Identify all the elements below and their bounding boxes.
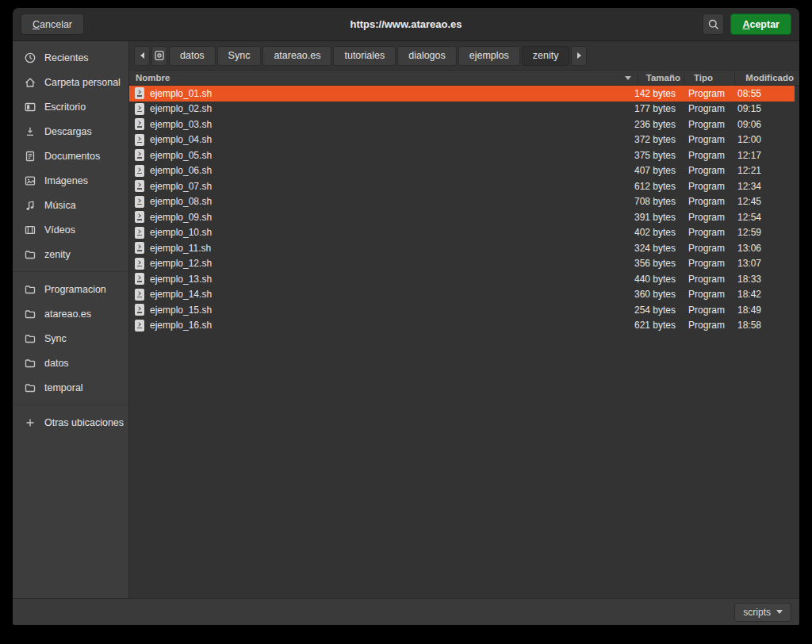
file-modified: 12:21 bbox=[730, 165, 795, 176]
file-row[interactable]: ejemplo_03.sh 236 bytes Program 09:06 bbox=[129, 117, 795, 132]
sidebar-item-label: Descargas bbox=[44, 126, 92, 137]
file-size: 708 bytes bbox=[633, 196, 679, 207]
file-size: 142 bytes bbox=[633, 88, 679, 99]
file-type: Program bbox=[679, 196, 730, 207]
script-file-icon bbox=[135, 211, 144, 223]
file-row[interactable]: ejemplo_11.sh 324 bytes Program 13:06 bbox=[129, 240, 795, 256]
breadcrumb-atareao-es[interactable]: atareao.es bbox=[262, 46, 331, 66]
sidebar-item-otras-ubicaciones[interactable]: Otras ubicaciones bbox=[13, 410, 128, 435]
sidebar-item-documentos[interactable]: Documentos bbox=[13, 144, 128, 168]
column-header-nombre[interactable]: Nombre bbox=[129, 71, 638, 85]
file-modified: 13:06 bbox=[730, 243, 795, 254]
file-filter-dropdown[interactable]: scripts bbox=[734, 603, 791, 622]
file-name: ejemplo_11.sh bbox=[150, 243, 211, 254]
breadcrumb-zenity[interactable]: zenity bbox=[522, 46, 570, 66]
sidebar-item-carpeta-personal[interactable]: Carpeta personal bbox=[13, 70, 128, 94]
sidebar-item-label: Carpeta personal bbox=[44, 77, 121, 88]
sidebar-item-label: Música bbox=[44, 200, 76, 211]
chevron-down-icon bbox=[776, 610, 783, 614]
file-row[interactable]: ejemplo_02.sh 177 bytes Program 09:15 bbox=[129, 102, 795, 117]
column-header-tamano[interactable]: Tamaño bbox=[638, 71, 684, 85]
sidebar-item-datos[interactable]: datos bbox=[13, 351, 128, 375]
folder-icon bbox=[24, 283, 36, 296]
file-row[interactable]: ejemplo_01.sh 142 bytes Program 08:55 bbox=[129, 86, 795, 102]
file-row[interactable]: ejemplo_14.sh 360 bytes Program 18:42 bbox=[129, 287, 795, 303]
file-type: Program bbox=[679, 103, 730, 114]
breadcrumb-ejemplos[interactable]: ejemplos bbox=[458, 46, 520, 66]
header-actions: Aceptar bbox=[703, 13, 791, 35]
file-row[interactable]: ejemplo_12.sh 356 bytes Program 13:07 bbox=[129, 256, 795, 272]
sidebar-item-videos[interactable]: Vídeos bbox=[13, 217, 128, 242]
breadcrumb-tutoriales[interactable]: tutoriales bbox=[333, 46, 396, 66]
file-type: Program bbox=[679, 274, 730, 285]
sidebar-item-musica[interactable]: Música bbox=[13, 193, 128, 217]
file-row[interactable]: ejemplo_10.sh 402 bytes Program 12:59 bbox=[129, 225, 795, 241]
file-row[interactable]: ejemplo_07.sh 612 bytes Program 12:34 bbox=[129, 178, 795, 194]
sidebar-item-atareao-es[interactable]: atareao.es bbox=[13, 301, 128, 326]
file-row[interactable]: ejemplo_08.sh 708 bytes Program 12:45 bbox=[129, 194, 795, 210]
accept-button[interactable]: Aceptar bbox=[730, 13, 791, 35]
column-header-tipo[interactable]: Tipo bbox=[684, 71, 734, 85]
sidebar-item-recientes[interactable]: Recientes bbox=[13, 45, 128, 70]
script-file-icon bbox=[135, 258, 144, 270]
file-name: ejemplo_12.sh bbox=[150, 258, 212, 269]
file-modified: 12:34 bbox=[730, 181, 795, 192]
file-chooser-dialog: Cancelar https://www.atareao.es Aceptar … bbox=[13, 8, 799, 625]
file-row[interactable]: ejemplo_13.sh 440 bytes Program 18:33 bbox=[129, 271, 795, 287]
file-modified: 09:15 bbox=[730, 103, 795, 114]
breadcrumb-sync[interactable]: Sync bbox=[217, 46, 262, 66]
file-row[interactable]: ejemplo_09.sh 391 bytes Program 12:54 bbox=[129, 209, 795, 225]
file-row[interactable]: ejemplo_04.sh 372 bytes Program 12:00 bbox=[129, 132, 795, 148]
video-icon bbox=[24, 224, 36, 236]
path-device-button[interactable] bbox=[151, 46, 167, 66]
path-back-button[interactable] bbox=[134, 46, 150, 66]
folder-icon bbox=[24, 308, 36, 320]
sidebar-item-programacion[interactable]: Programacion bbox=[13, 277, 128, 301]
search-button[interactable] bbox=[703, 13, 724, 35]
file-modified: 12:59 bbox=[730, 227, 795, 238]
path-forward-button[interactable] bbox=[571, 46, 587, 66]
headerbar: Cancelar https://www.atareao.es Aceptar bbox=[13, 8, 799, 41]
file-size: 375 bytes bbox=[633, 150, 679, 161]
file-size: 621 bytes bbox=[633, 320, 679, 331]
file-type: Program bbox=[679, 165, 730, 176]
desktop-icon bbox=[24, 101, 36, 113]
sidebar-item-escritorio[interactable]: Escritorio bbox=[13, 94, 128, 119]
script-file-icon bbox=[135, 196, 144, 208]
file-type: Program bbox=[679, 305, 730, 316]
column-header-label: Modificado bbox=[745, 73, 794, 82]
script-file-icon bbox=[135, 180, 144, 192]
file-name: ejemplo_10.sh bbox=[150, 227, 212, 238]
file-type: Program bbox=[679, 227, 730, 238]
sidebar-item-sync[interactable]: Sync bbox=[13, 326, 128, 351]
chevron-right-icon bbox=[577, 52, 581, 59]
places-sidebar: Recientes Carpeta personal Escritorio De… bbox=[13, 41, 129, 598]
window-title: https://www.atareao.es bbox=[13, 18, 799, 30]
file-name: ejemplo_03.sh bbox=[150, 119, 212, 130]
folder-icon bbox=[24, 357, 36, 370]
sidebar-item-descargas[interactable]: Descargas bbox=[13, 119, 128, 144]
file-modified: 18:42 bbox=[730, 289, 795, 300]
script-file-icon bbox=[135, 227, 144, 239]
file-row[interactable]: ejemplo_05.sh 375 bytes Program 12:17 bbox=[129, 148, 795, 163]
breadcrumb-datos[interactable]: datos bbox=[169, 46, 216, 66]
sidebar-item-label: Imágenes bbox=[44, 175, 88, 186]
file-row[interactable]: ejemplo_15.sh 254 bytes Program 18:49 bbox=[129, 302, 795, 318]
sidebar-item-zenity[interactable]: zenity bbox=[13, 242, 128, 266]
cancel-button[interactable]: Cancelar bbox=[21, 13, 84, 35]
column-header-label: Tamaño bbox=[646, 73, 680, 82]
column-header-modificado[interactable]: Modificado bbox=[734, 71, 799, 85]
file-type: Program bbox=[679, 88, 730, 99]
sidebar-item-label: Documentos bbox=[44, 151, 100, 162]
sidebar-item-imagenes[interactable]: Imágenes bbox=[13, 168, 128, 193]
script-file-icon bbox=[135, 304, 144, 316]
file-row[interactable]: ejemplo_16.sh 621 bytes Program 18:58 bbox=[129, 318, 795, 334]
file-name: ejemplo_16.sh bbox=[150, 320, 212, 331]
sidebar-item-temporal[interactable]: temporal bbox=[13, 375, 128, 400]
file-type: Program bbox=[679, 119, 730, 130]
sidebar-item-label: atareao.es bbox=[44, 309, 91, 320]
file-size: 356 bytes bbox=[633, 258, 679, 269]
file-size: 236 bytes bbox=[633, 119, 679, 130]
breadcrumb-dialogos[interactable]: dialogos bbox=[397, 46, 457, 66]
file-row[interactable]: ejemplo_06.sh 407 bytes Program 12:21 bbox=[129, 163, 795, 179]
